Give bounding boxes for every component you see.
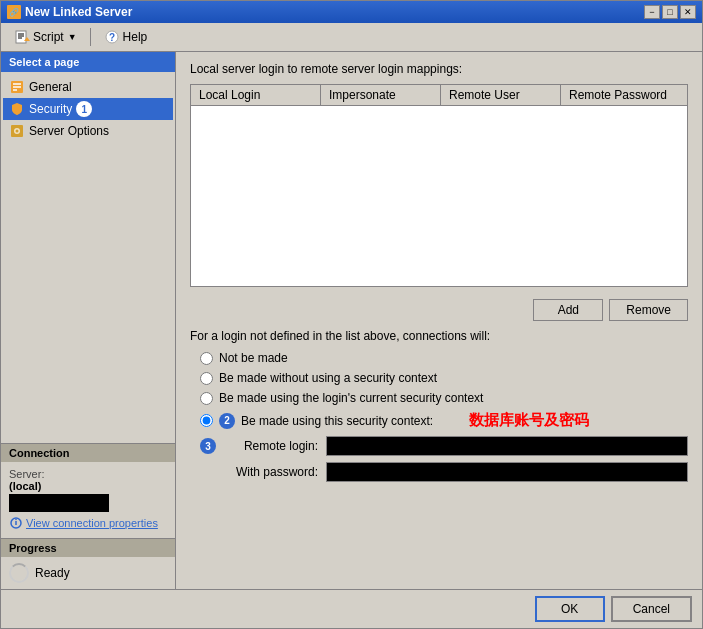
title-bar: 🔗 New Linked Server − □ ✕	[1, 1, 702, 23]
sidebar-item-general[interactable]: General	[3, 76, 173, 98]
dialog-footer: OK Cancel	[1, 589, 702, 628]
table-body	[191, 106, 687, 286]
main-content: Select a page General	[1, 52, 702, 589]
sidebar: Select a page General	[1, 52, 176, 589]
progress-info: Ready	[1, 557, 175, 589]
connections-desc: For a login not defined in the list abov…	[190, 329, 688, 343]
progress-status: Ready	[35, 566, 70, 580]
radio-without-security: Be made without using a security context	[200, 371, 688, 385]
table-actions: Add Remove	[190, 295, 688, 325]
script-dropdown-arrow: ▼	[68, 32, 77, 42]
with-password-row: With password:	[200, 462, 688, 482]
new-linked-server-window: 🔗 New Linked Server − □ ✕ Script ▼	[0, 0, 703, 629]
radio-not-be-made-input[interactable]	[200, 352, 213, 365]
progress-section: Progress Ready	[1, 538, 175, 589]
sidebar-header: Select a page	[1, 52, 175, 72]
toolbar: Script ▼ ? Help	[1, 23, 702, 52]
col-remote-user: Remote User	[441, 85, 561, 105]
server-options-icon	[9, 123, 25, 139]
svg-point-16	[15, 519, 17, 521]
connection-link-icon	[9, 516, 23, 530]
sidebar-items: General Security 1	[1, 72, 175, 443]
connections-section: For a login not defined in the list abov…	[190, 329, 688, 482]
sidebar-item-server-options[interactable]: Server Options	[3, 120, 173, 142]
progress-section-header: Progress	[1, 539, 175, 557]
script-icon	[14, 29, 30, 45]
help-button[interactable]: ? Help	[97, 26, 155, 48]
window-title: New Linked Server	[25, 5, 132, 19]
radio-this-security-label: Be made using this security context:	[241, 414, 433, 428]
close-button[interactable]: ✕	[680, 5, 696, 19]
radio-group: Not be made Be made without using a secu…	[200, 351, 688, 430]
security-badge: 1	[76, 101, 92, 117]
badge-2: 2	[219, 413, 235, 429]
svg-point-13	[16, 130, 19, 133]
radio-without-security-input[interactable]	[200, 372, 213, 385]
col-impersonate: Impersonate	[321, 85, 441, 105]
server-value: (local)	[9, 480, 167, 492]
ok-button[interactable]: OK	[535, 596, 605, 622]
sidebar-bottom: Connection Server: (local) View connecti…	[1, 443, 175, 589]
col-local-login: Local Login	[191, 85, 321, 105]
login-mappings-table: Local Login Impersonate Remote User Remo…	[190, 84, 688, 287]
content-panel: Local server login to remote server logi…	[176, 52, 702, 589]
remote-login-label: Remote login:	[228, 439, 318, 453]
progress-spinner	[9, 563, 29, 583]
context-section: 3 Remote login: With password:	[200, 436, 688, 482]
script-button[interactable]: Script ▼	[7, 26, 84, 48]
sidebar-item-security[interactable]: Security 1	[3, 98, 173, 120]
minimize-button[interactable]: −	[644, 5, 660, 19]
remove-button[interactable]: Remove	[609, 299, 688, 321]
title-controls: − □ ✕	[644, 5, 696, 19]
cancel-button[interactable]: Cancel	[611, 596, 692, 622]
radio-without-security-label: Be made without using a security context	[219, 371, 437, 385]
annotation-zh: 数据库账号及密码	[469, 411, 589, 430]
add-button[interactable]: Add	[533, 299, 603, 321]
security-icon	[9, 101, 25, 117]
svg-text:?: ?	[109, 32, 115, 43]
radio-not-be-made-label: Not be made	[219, 351, 288, 365]
server-label: Server:	[9, 468, 167, 480]
general-icon	[9, 79, 25, 95]
login-mappings-desc: Local server login to remote server logi…	[190, 62, 688, 76]
with-password-label: With password:	[228, 465, 318, 479]
with-password-input[interactable]	[326, 462, 688, 482]
help-icon: ?	[104, 29, 120, 45]
remote-login-input[interactable]	[326, 436, 688, 456]
svg-rect-0	[16, 31, 26, 43]
remote-login-row: 3 Remote login:	[200, 436, 688, 456]
connection-section-header: Connection	[1, 444, 175, 462]
toolbar-separator	[90, 28, 91, 46]
connection-info: Server: (local) View connection properti…	[1, 462, 175, 538]
radio-login-current-label: Be made using the login's current securi…	[219, 391, 483, 405]
radio-this-security: 2 Be made using this security context: 数…	[200, 411, 688, 430]
col-remote-password: Remote Password	[561, 85, 687, 105]
radio-this-security-input[interactable]	[200, 414, 213, 427]
view-connection-properties-link[interactable]: View connection properties	[9, 514, 167, 532]
server-value-redacted	[9, 494, 109, 512]
maximize-button[interactable]: □	[662, 5, 678, 19]
radio-login-current-input[interactable]	[200, 392, 213, 405]
table-header: Local Login Impersonate Remote User Remo…	[191, 85, 687, 106]
radio-login-current: Be made using the login's current securi…	[200, 391, 688, 405]
radio-not-be-made: Not be made	[200, 351, 688, 365]
window-icon: 🔗	[7, 5, 21, 19]
badge-3: 3	[200, 438, 216, 454]
